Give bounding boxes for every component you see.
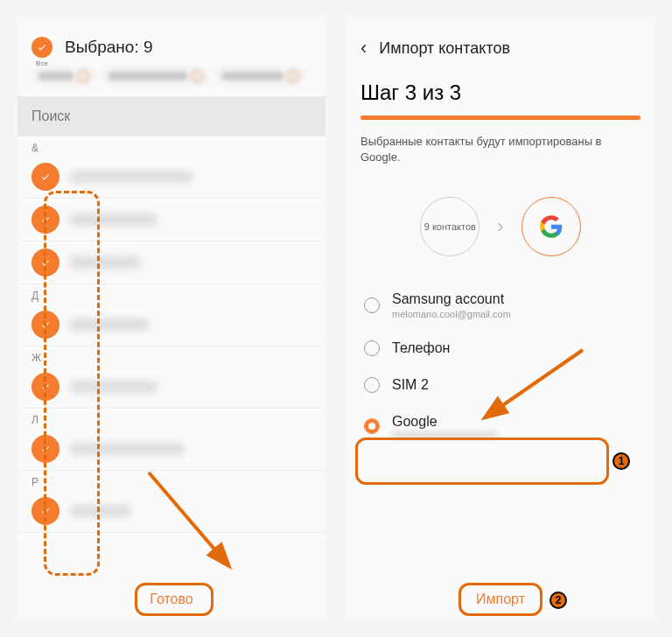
check-icon <box>32 311 60 339</box>
contact-name <box>70 171 192 183</box>
phone-right-import: ‹ Импорт контактов Шаг 3 из 3 Выбранные … <box>346 18 654 620</box>
contact-row[interactable] <box>18 304 326 346</box>
contact-name <box>70 443 184 455</box>
header: ‹ Импорт контактов <box>346 18 654 74</box>
check-icon <box>32 248 60 276</box>
check-icon <box>32 373 60 401</box>
remove-icon[interactable]: − <box>191 70 203 82</box>
check-icon <box>32 163 60 191</box>
annotation-marker-2: 2 <box>550 592 567 609</box>
contact-name <box>70 256 140 269</box>
remove-icon[interactable]: − <box>77 70 89 82</box>
section-letter: Р <box>18 471 326 490</box>
contact-row[interactable] <box>18 199 326 242</box>
contact-name <box>70 381 158 393</box>
check-icon <box>37 42 47 52</box>
selected-count: Выбрано: 9 <box>65 38 153 57</box>
contact-name <box>70 505 131 517</box>
contact-row[interactable] <box>18 428 326 471</box>
check-icon <box>32 435 60 463</box>
contact-row[interactable] <box>18 242 326 284</box>
contact-name <box>70 214 158 226</box>
radio-icon <box>364 340 380 356</box>
section-letter: & <box>18 136 326 156</box>
account-option-samsung[interactable]: Samsung account melomano.cool@gmail.com <box>346 281 654 330</box>
account-option-phone[interactable]: Телефон <box>346 330 654 367</box>
header: Все Выбрано: 9 <box>18 18 326 66</box>
import-button[interactable]: Импорт <box>346 579 654 620</box>
account-option-google[interactable]: Google <box>346 403 654 449</box>
contact-row[interactable] <box>18 366 326 409</box>
contact-name <box>70 318 149 331</box>
arrow-right-icon: › <box>497 215 503 238</box>
chip[interactable]: − <box>32 66 96 86</box>
contacts-count-circle: 9 контактов <box>420 197 480 256</box>
radio-icon <box>364 377 380 393</box>
phone-left-contacts-select: Все Выбрано: 9 − − − Поиск & Д Ж Л Р <box>18 18 326 620</box>
check-icon <box>32 497 60 525</box>
select-all-toggle[interactable]: Все <box>32 37 52 58</box>
contact-row[interactable] <box>18 490 326 533</box>
google-target-circle <box>522 197 581 256</box>
progress-bar <box>360 116 640 120</box>
description: Выбранные контакты будут импортированы в… <box>346 134 654 186</box>
radio-selected-icon <box>364 418 380 434</box>
section-letter: Ж <box>18 346 326 366</box>
account-option-sim2[interactable]: SIM 2 <box>346 367 654 403</box>
step-title: Шаг 3 из 3 <box>346 74 654 116</box>
section-letter: Д <box>18 284 326 304</box>
selected-chips: − − − <box>18 66 326 93</box>
contact-row[interactable] <box>18 156 326 199</box>
back-icon[interactable]: ‹ <box>360 37 367 60</box>
google-icon <box>539 214 564 239</box>
annotation-marker-1: 1 <box>612 452 630 470</box>
chip[interactable]: − <box>215 66 306 86</box>
section-letter: Л <box>18 409 326 428</box>
check-icon <box>32 206 60 234</box>
remove-icon[interactable]: − <box>287 70 299 82</box>
chip[interactable]: − <box>102 66 210 86</box>
done-button[interactable]: Готово <box>18 579 326 620</box>
account-sub <box>392 431 497 438</box>
radio-icon <box>364 298 380 313</box>
transfer-summary: 9 контактов › <box>346 186 654 281</box>
search-input[interactable]: Поиск <box>18 96 326 136</box>
page-title: Импорт контактов <box>379 39 510 58</box>
